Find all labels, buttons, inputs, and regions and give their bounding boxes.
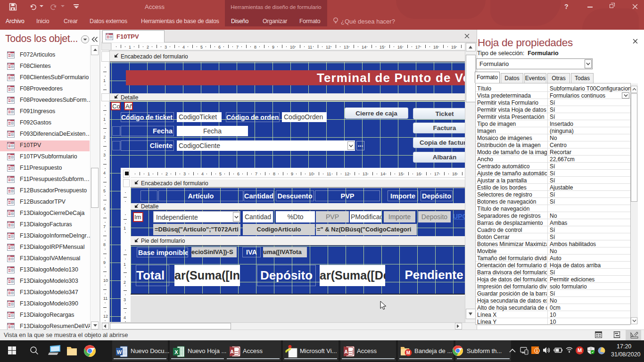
svg-text:X: X <box>174 349 178 355</box>
svg-text:W: W <box>117 349 122 355</box>
svg-text:A: A <box>344 349 348 354</box>
svg-text:A: A <box>230 349 234 354</box>
svg-text:M: M <box>406 350 410 355</box>
